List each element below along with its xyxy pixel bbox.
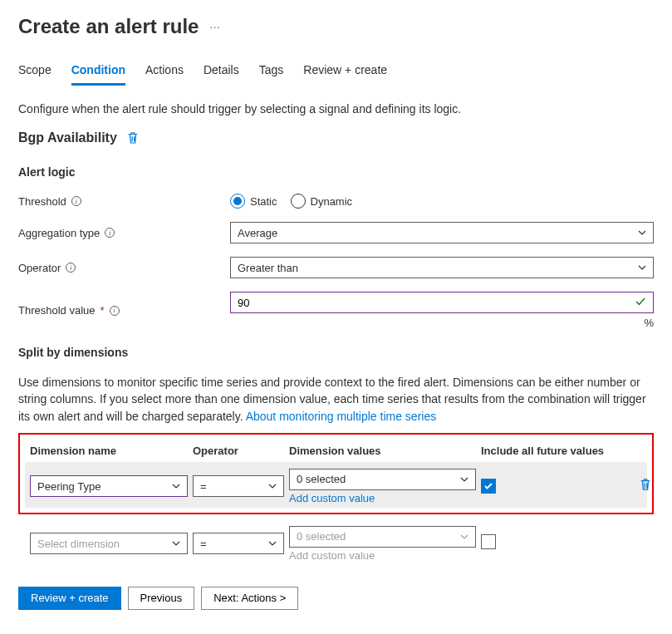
dim-header-operator: Operator	[193, 445, 284, 457]
operator-select[interactable]: Greater than	[230, 257, 654, 278]
add-custom-value-link: Add custom value	[289, 549, 476, 562]
info-icon[interactable]: i	[66, 263, 76, 273]
tab-tags[interactable]: Tags	[259, 63, 284, 86]
chevron-down-icon	[460, 533, 468, 541]
chevron-down-icon	[268, 482, 277, 490]
dimensions-description: Use dimensions to monitor specific time …	[18, 374, 654, 425]
dim-header-values: Dimension values	[289, 445, 476, 457]
previous-button[interactable]: Previous	[128, 587, 195, 610]
valid-check-icon	[635, 296, 646, 310]
dimension-row: Peering Type = 0 selected Add custom val…	[25, 462, 647, 508]
tab-review-create[interactable]: Review + create	[303, 63, 387, 86]
chevron-down-icon	[638, 263, 646, 272]
dimension-operator-select[interactable]: =	[193, 533, 284, 554]
review-create-button[interactable]: Review + create	[18, 587, 121, 610]
split-by-dimensions-heading: Split by dimensions	[18, 346, 654, 359]
threshold-value-label: Threshold value	[18, 304, 96, 317]
tabs-nav: Scope Condition Actions Details Tags Rev…	[18, 60, 654, 86]
highlighted-dimension-area: Dimension name Operator Dimension values…	[18, 433, 654, 514]
operator-value: Greater than	[238, 262, 298, 274]
threshold-static-label: Static	[250, 195, 277, 208]
dimension-operator-select[interactable]: =	[193, 475, 284, 497]
include-future-checkbox[interactable]	[481, 479, 496, 494]
threshold-value-input-wrapper	[230, 292, 654, 313]
condition-description: Configure when the alert rule should tri…	[18, 102, 654, 115]
tab-actions[interactable]: Actions	[145, 63, 184, 86]
threshold-label: Threshold	[18, 195, 66, 208]
dim-header-name: Dimension name	[30, 445, 188, 457]
threshold-dynamic-radio[interactable]: Dynamic	[291, 194, 353, 209]
aggregation-type-value: Average	[238, 227, 277, 239]
chevron-down-icon	[172, 539, 180, 548]
alert-logic-heading: Alert logic	[18, 165, 654, 179]
aggregation-type-select[interactable]: Average	[230, 222, 654, 243]
dimension-name-select[interactable]: Peering Type	[30, 475, 188, 497]
threshold-value-input[interactable]	[238, 297, 635, 309]
operator-label: Operator	[18, 262, 61, 274]
tab-scope[interactable]: Scope	[18, 63, 52, 86]
delete-signal-icon[interactable]	[127, 131, 139, 145]
info-icon[interactable]: i	[71, 196, 81, 206]
include-future-checkbox[interactable]	[481, 534, 496, 549]
dimension-name-select[interactable]: Select dimension	[30, 533, 188, 554]
dimension-row: Select dimension = 0 selected Add custom…	[25, 519, 647, 565]
more-actions-icon[interactable]: …	[208, 17, 222, 36]
chevron-down-icon	[268, 539, 277, 548]
dimensions-learn-more-link[interactable]: About monitoring multiple time series	[246, 410, 437, 423]
add-custom-value-link[interactable]: Add custom value	[289, 492, 476, 504]
tab-details[interactable]: Details	[204, 63, 239, 86]
threshold-value-unit: %	[230, 317, 654, 329]
threshold-static-radio[interactable]: Static	[230, 194, 277, 209]
info-icon[interactable]: i	[105, 228, 115, 238]
chevron-down-icon	[638, 229, 646, 237]
signal-name: Bgp Availability	[18, 130, 117, 145]
chevron-down-icon	[460, 475, 468, 484]
aggregation-type-label: Aggregation type	[18, 227, 100, 239]
next-button[interactable]: Next: Actions >	[201, 587, 298, 610]
dim-header-future: Include all future values	[481, 445, 635, 457]
dimension-values-select[interactable]: 0 selected	[289, 526, 476, 548]
page-title: Create an alert rule	[18, 15, 199, 38]
tab-condition[interactable]: Condition	[71, 63, 125, 86]
delete-dimension-icon[interactable]	[640, 479, 651, 494]
dimension-values-select[interactable]: 0 selected	[289, 469, 476, 490]
info-icon[interactable]: i	[110, 306, 120, 316]
threshold-dynamic-label: Dynamic	[311, 195, 353, 208]
chevron-down-icon	[172, 482, 180, 490]
